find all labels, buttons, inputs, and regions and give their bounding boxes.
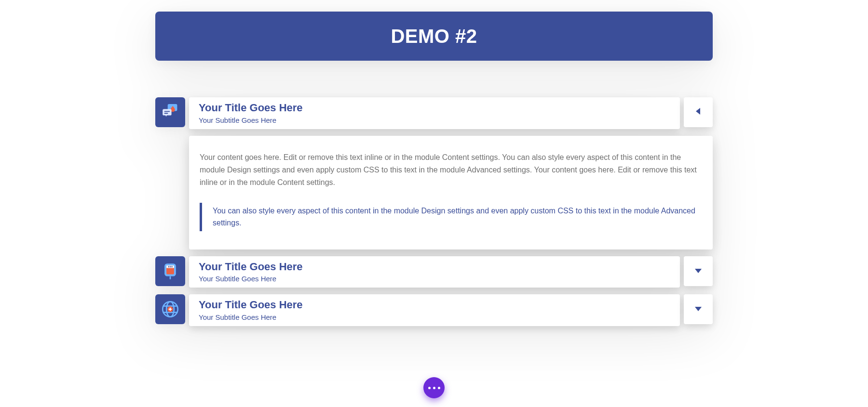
- accordion-body-text: Your content goes here. Edit or remove t…: [200, 151, 702, 189]
- accordion-list: Your Title Goes Here Your Subtitle Goes …: [155, 97, 713, 326]
- svg-rect-1: [163, 109, 171, 115]
- accordion-title: Your Title Goes Here: [199, 101, 670, 115]
- more-actions-button[interactable]: [423, 377, 445, 398]
- accordion-item: Your Title Goes Here Your Subtitle Goes …: [155, 294, 713, 326]
- accordion-item: Your Title Goes Here Your Subtitle Goes …: [155, 97, 713, 249]
- blood-bag-icon: [155, 256, 185, 286]
- chevron-down-icon: [695, 267, 702, 276]
- accordion-title: Your Title Goes Here: [199, 260, 670, 274]
- globe-medical-icon: [155, 294, 185, 324]
- dot-icon: [433, 387, 435, 389]
- accordion-header[interactable]: Your Title Goes Here Your Subtitle Goes …: [189, 256, 680, 288]
- dot-icon: [438, 387, 440, 389]
- accordion-title: Your Title Goes Here: [199, 298, 670, 312]
- svg-rect-3: [164, 113, 168, 114]
- accordion-subtitle: Your Subtitle Goes Here: [199, 116, 670, 124]
- svg-rect-9: [172, 266, 173, 267]
- accordion-quote: You can also style every aspect of this …: [200, 203, 702, 231]
- svg-rect-7: [168, 266, 169, 267]
- chevron-left-icon: [695, 108, 701, 117]
- accordion-header[interactable]: Your Title Goes Here Your Subtitle Goes …: [189, 294, 680, 326]
- accordion-header[interactable]: Your Title Goes Here Your Subtitle Goes …: [189, 97, 680, 129]
- chat-drop-icon: [155, 97, 185, 127]
- svg-rect-8: [170, 266, 171, 267]
- page-title: DEMO #2: [391, 26, 477, 47]
- page-header: DEMO #2: [155, 12, 713, 61]
- accordion-body: Your content goes here. Edit or remove t…: [189, 136, 713, 249]
- accordion-toggle[interactable]: [684, 256, 713, 286]
- dot-icon: [428, 387, 431, 389]
- accordion-item: Your Title Goes Here Your Subtitle Goes …: [155, 256, 713, 288]
- accordion-subtitle: Your Subtitle Goes Here: [199, 313, 670, 321]
- accordion-toggle[interactable]: [684, 97, 713, 127]
- accordion-toggle[interactable]: [684, 294, 713, 324]
- accordion-subtitle: Your Subtitle Goes Here: [199, 275, 670, 283]
- svg-rect-2: [164, 111, 170, 112]
- svg-rect-17: [169, 309, 172, 310]
- svg-rect-10: [170, 276, 171, 279]
- chevron-down-icon: [695, 305, 702, 314]
